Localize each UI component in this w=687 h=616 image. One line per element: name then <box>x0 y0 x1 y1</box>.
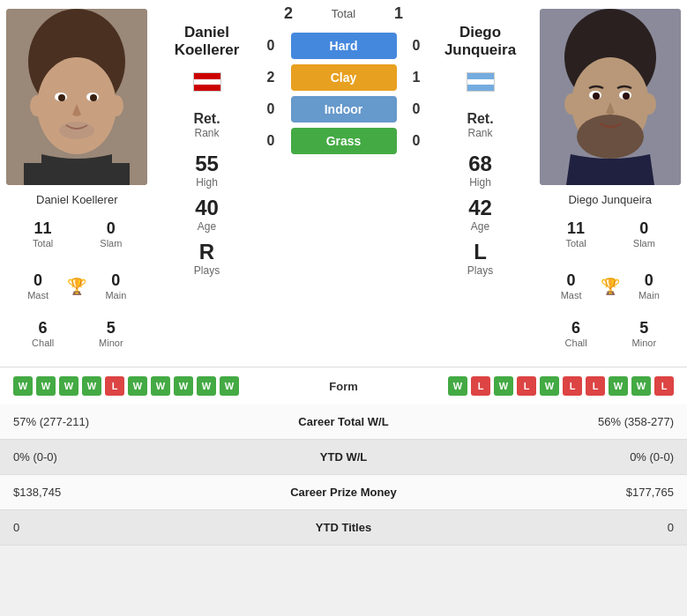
svg-point-18 <box>623 93 630 100</box>
right-total-cell: 11 Total <box>542 214 610 254</box>
left-stats-grid: 11 Total 0 Slam <box>0 210 154 263</box>
right-age-label: Age <box>468 220 492 233</box>
left-slam-value: 0 <box>80 219 141 238</box>
svg-point-6 <box>90 94 97 101</box>
left-age-value: 40 <box>195 196 219 220</box>
left-mast-value: 0 <box>12 271 63 290</box>
surface-indoor-row: 0 Indoor 0 <box>260 96 428 122</box>
left-ret-rank: Ret. Rank <box>193 106 220 145</box>
right-total-value: 11 <box>546 219 607 238</box>
form-label: Form <box>309 380 379 393</box>
left-form-badges: WWWWLWWWWW <box>13 376 300 396</box>
left-form-badge: W <box>82 376 101 396</box>
right-form-badge: W <box>540 376 559 396</box>
right-main-label: Main <box>624 290 675 301</box>
svg-point-5 <box>58 94 65 101</box>
hard-right: 0 <box>406 38 428 54</box>
left-form-badge: W <box>128 376 147 396</box>
right-form-badge: L <box>471 376 490 396</box>
left-trophy-icon: 🏆 <box>67 277 86 296</box>
right-high-label: High <box>468 176 492 189</box>
right-rank-label: Rank <box>467 127 493 139</box>
left-flag <box>193 72 221 92</box>
left-form-badge: W <box>197 376 216 396</box>
svg-point-17 <box>593 93 600 100</box>
stats-row: 0YTD Titles0 <box>0 510 687 545</box>
left-chall-label: Chall <box>12 338 73 348</box>
total-row: 2 Total 1 <box>260 4 428 23</box>
right-trophy-icon: 🏆 <box>601 277 620 296</box>
right-form-badge: W <box>494 376 513 396</box>
left-chall-value: 6 <box>12 319 73 338</box>
total-label: Total <box>309 7 379 20</box>
svg-point-20 <box>642 93 656 115</box>
right-player-name-header: Diego Junqueira <box>440 13 520 63</box>
left-age-label: Age <box>195 220 219 233</box>
left-rank-label: Rank <box>193 127 220 139</box>
right-form-badge: L <box>586 376 605 396</box>
clay-badge: Clay <box>291 64 397 91</box>
stats-right-val: 56% (358-277) <box>412 404 687 440</box>
left-minor-label: Minor <box>80 338 141 348</box>
left-main-value: 0 <box>90 271 141 290</box>
right-trophy-row: 0 Mast 🏆 0 Main <box>534 263 688 309</box>
right-form-badges: WLWLWLLWWL <box>388 376 675 396</box>
right-main-cell: 0 Main <box>620 266 678 306</box>
left-minor-cell: 5 Minor <box>77 314 145 353</box>
left-plays-stat: R Plays <box>194 240 220 277</box>
right-form-badge: L <box>517 376 536 396</box>
right-mast-value: 0 <box>546 271 597 290</box>
h2h-center: 2 Total 1 0 Hard 0 2 Clay 1 0 Indoor 0 0 <box>260 0 428 362</box>
stats-left-val: 0 <box>0 510 275 545</box>
stats-right-val: $177,765 <box>412 475 687 510</box>
right-bottom-stats: 6 Chall 5 Minor <box>534 309 688 362</box>
right-player-name-below: Diego Junqueira <box>564 189 656 210</box>
right-mast-cell: 0 Mast <box>542 266 601 306</box>
right-minor-cell: 5 Minor <box>610 314 678 353</box>
svg-point-14 <box>577 115 644 159</box>
left-form-badge: W <box>151 376 170 396</box>
right-plays-label: Plays <box>467 264 493 277</box>
left-high-label: High <box>195 176 219 189</box>
right-high-value: 68 <box>468 152 492 176</box>
right-chall-cell: 6 Chall <box>542 314 610 353</box>
stats-center-label: YTD Titles <box>275 510 413 545</box>
svg-point-19 <box>564 93 579 115</box>
grass-left: 0 <box>260 133 282 149</box>
left-mast-label: Mast <box>12 290 63 301</box>
left-main-cell: 0 Main <box>86 266 145 306</box>
left-high-value: 55 <box>195 152 219 176</box>
stats-center-label: YTD W/L <box>275 440 413 475</box>
right-form-badge: L <box>654 376 674 396</box>
surface-grass-row: 0 Grass 0 <box>260 128 428 154</box>
right-form-badge: W <box>448 376 467 396</box>
left-trophy-row: 0 Mast 🏆 0 Main <box>0 263 154 309</box>
left-form-badge: W <box>220 376 239 396</box>
right-player-photo <box>540 9 681 185</box>
clay-left: 2 <box>260 70 282 85</box>
surface-clay-row: 2 Clay 1 <box>260 64 428 91</box>
form-section: WWWWLWWWWW Form WLWLWLLWWL <box>0 367 687 404</box>
surface-hard-row: 0 Hard 0 <box>260 33 428 59</box>
svg-point-8 <box>30 95 44 116</box>
left-plays-value: R <box>194 240 220 264</box>
left-form-badge: W <box>59 376 78 396</box>
right-main-value: 0 <box>624 271 675 290</box>
left-total-label: Total <box>12 238 73 249</box>
svg-point-9 <box>109 95 123 116</box>
stats-table: 57% (277-211)Career Total W/L56% (358-27… <box>0 404 687 545</box>
total-left: 2 <box>278 4 300 23</box>
right-slam-value: 0 <box>614 219 675 238</box>
left-rank-value: Ret. <box>193 111 220 127</box>
right-age-value: 42 <box>468 196 492 220</box>
right-rank-value: Ret. <box>467 111 493 127</box>
left-player-name-below: Daniel Koellerer <box>32 189 123 210</box>
right-mast-label: Mast <box>546 290 597 301</box>
left-slam-cell: 0 Slam <box>77 214 145 254</box>
right-minor-label: Minor <box>614 338 675 348</box>
clay-right: 1 <box>406 70 428 85</box>
left-plays-label: Plays <box>194 264 220 277</box>
stats-left-val: $138,745 <box>0 475 275 510</box>
right-chall-label: Chall <box>546 338 607 348</box>
left-age-stat: 40 Age <box>195 196 219 233</box>
